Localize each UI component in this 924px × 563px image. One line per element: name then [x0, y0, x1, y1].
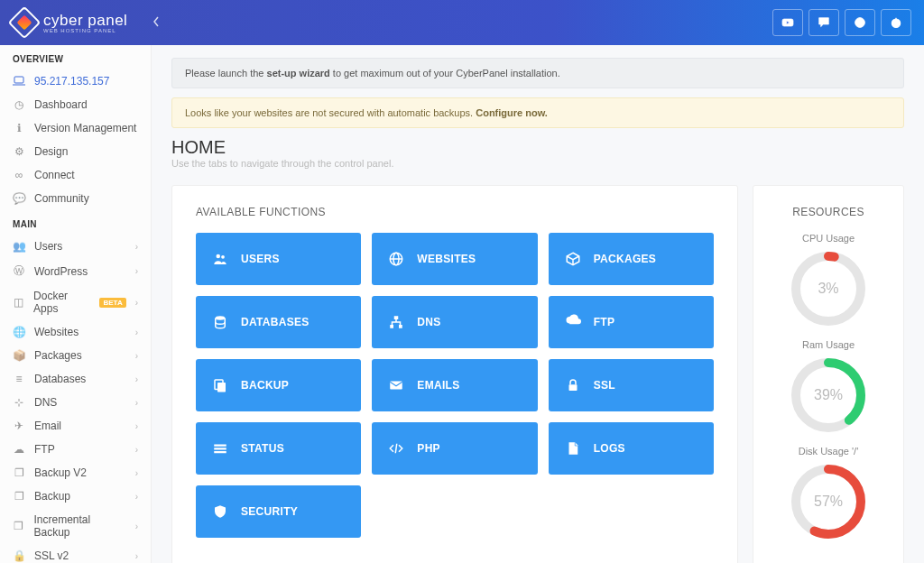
tile-users[interactable]: USERS: [196, 233, 361, 285]
tile-ftp[interactable]: FTP: [549, 296, 714, 348]
tile-databases[interactable]: DATABASES: [196, 296, 361, 348]
sidebar-item-ip[interactable]: 95.217.135.157: [0, 69, 151, 93]
tile-emails[interactable]: EMAILS: [372, 359, 537, 411]
topbar: cyber panel WEB HOSTING PANEL: [0, 0, 924, 45]
chevron-right-icon: ›: [135, 492, 138, 502]
configure-backup-link[interactable]: Configure now.: [476, 107, 548, 118]
chevron-right-icon: ›: [135, 521, 138, 531]
backup-icon: [212, 377, 228, 393]
sidebar-item-incbackup[interactable]: ❐Incremental Backup›: [0, 508, 151, 544]
sidebar-collapse-icon[interactable]: [152, 14, 160, 31]
tile-security[interactable]: SECURITY: [196, 485, 361, 538]
sitemap-icon: ⊹: [13, 396, 25, 409]
tile-ssl[interactable]: SSL: [549, 359, 714, 411]
sidebar-item-connect[interactable]: ∞Connect: [0, 163, 151, 187]
logs-icon: [565, 440, 581, 457]
alert-backup: Looks like your websites are not secured…: [171, 97, 904, 128]
svg-point-12: [216, 316, 226, 320]
sidebar-item-packages[interactable]: 📦Packages›: [0, 344, 151, 367]
chevron-right-icon: ›: [135, 328, 138, 337]
chevron-right-icon: ›: [135, 351, 138, 361]
cloud-icon: ☁: [13, 443, 25, 456]
setup-wizard-link[interactable]: set-up wizard: [267, 68, 330, 78]
database-icon: ≡: [13, 373, 25, 385]
chevron-right-icon: ›: [135, 298, 138, 308]
chat-icon: 💬: [13, 192, 25, 205]
resource-gauge: 39%: [790, 357, 866, 433]
dns-icon: [388, 314, 404, 330]
sidebar-item-design[interactable]: ⚙Design: [0, 140, 151, 163]
ftp-icon: [565, 314, 581, 330]
databases-icon: [212, 314, 228, 330]
power-icon[interactable]: [881, 9, 911, 36]
logo-mark-icon: [8, 6, 42, 40]
sidebar-item-users[interactable]: 👥Users›: [0, 235, 151, 258]
copy-icon: ❐: [13, 466, 25, 479]
page-title: HOME: [171, 137, 904, 158]
sidebar-ip-label: 95.217.135.157: [34, 75, 109, 88]
sidebar-item-docker[interactable]: ◫Docker AppsBETA›: [0, 284, 151, 320]
sidebar-item-dashboard[interactable]: ◷Dashboard: [0, 93, 151, 116]
security-icon: [212, 503, 228, 520]
sidebar-item-community[interactable]: 💬Community: [0, 187, 151, 210]
brand-sub: WEB HOSTING PANEL: [43, 28, 127, 33]
tile-backup[interactable]: BACKUP: [196, 359, 361, 411]
laptop-icon: [13, 76, 25, 87]
info-icon: ℹ: [13, 122, 25, 134]
sidebar-item-version[interactable]: ℹVersion Management: [0, 116, 151, 140]
svg-rect-5: [14, 77, 23, 83]
youtube-icon[interactable]: [772, 9, 803, 36]
sidebar-section-main: MAIN: [0, 210, 151, 235]
panel-resources: RESOURCES CPU Usage3%Ram Usage39%Disk Us…: [753, 185, 904, 563]
tile-logs[interactable]: LOGS: [549, 422, 714, 475]
emails-icon: [388, 377, 404, 393]
sidebar-item-ftp[interactable]: ☁FTP›: [0, 438, 151, 461]
sidebar-item-sslv2[interactable]: 🔒SSL v2›: [0, 544, 151, 563]
svg-rect-13: [394, 316, 399, 319]
svg-rect-17: [217, 383, 226, 392]
sidebar-item-dns[interactable]: ⊹DNS›: [0, 391, 151, 414]
tile-php[interactable]: PHP: [372, 422, 537, 475]
gear-icon: ⚙: [13, 145, 25, 158]
sidebar-item-backup[interactable]: ❐Backup›: [0, 485, 151, 508]
logo[interactable]: cyber panel WEB HOSTING PANEL: [13, 11, 127, 34]
svg-rect-19: [568, 384, 577, 391]
help-icon[interactable]: [845, 9, 875, 36]
package-icon: 📦: [13, 349, 25, 362]
tile-packages[interactable]: PACKAGES: [549, 233, 714, 285]
sidebar-item-websites[interactable]: 🌐Websites›: [0, 320, 151, 344]
gauge-icon: ◷: [13, 98, 25, 111]
page-subtitle: Use the tabs to navigate through the con…: [171, 158, 904, 169]
tile-websites[interactable]: WEBSITES: [372, 233, 537, 285]
chevron-right-icon: ›: [135, 242, 138, 252]
copy-icon: ❐: [13, 490, 25, 503]
sidebar-item-wordpress[interactable]: ⓌWordPress›: [0, 258, 151, 284]
svg-rect-18: [391, 382, 403, 390]
resource-percent: 39%: [790, 357, 866, 433]
alert-setup: Please launch the set-up wizard to get m…: [171, 58, 904, 88]
chat-icon[interactable]: [808, 9, 839, 36]
beta-badge: BETA: [99, 298, 125, 308]
send-icon: ✈: [13, 420, 25, 432]
svg-rect-20: [214, 445, 226, 447]
chevron-right-icon: ›: [135, 445, 138, 455]
brand-name: cyber panel: [43, 12, 127, 30]
svg-rect-14: [391, 325, 394, 328]
php-icon: [388, 440, 404, 457]
tile-dns[interactable]: DNS: [372, 296, 537, 348]
sidebar-item-backupv2[interactable]: ❐Backup V2›: [0, 461, 151, 485]
svg-rect-15: [399, 325, 402, 328]
packages-icon: [565, 251, 581, 267]
globe-icon: 🌐: [13, 326, 25, 338]
tile-status[interactable]: STATUS: [196, 422, 361, 475]
svg-line-23: [396, 444, 398, 454]
main-content: Please launch the set-up wizard to get m…: [152, 45, 924, 563]
resource-label: CPU Usage: [777, 233, 880, 244]
sidebar-item-databases[interactable]: ≡Databases›: [0, 367, 151, 391]
chevron-right-icon: ›: [135, 398, 138, 408]
svg-rect-21: [214, 448, 226, 449]
chevron-right-icon: ›: [135, 468, 138, 478]
chevron-right-icon: ›: [135, 551, 138, 561]
sidebar-item-email[interactable]: ✈Email›: [0, 414, 151, 438]
functions-title: AVAILABLE FUNCTIONS: [196, 206, 714, 218]
